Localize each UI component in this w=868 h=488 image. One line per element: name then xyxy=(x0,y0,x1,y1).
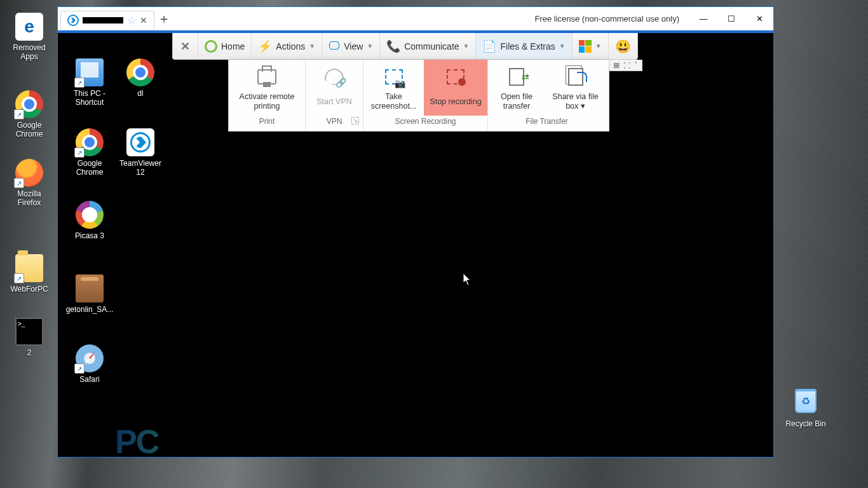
icon-label: Picasa 3 xyxy=(64,231,115,240)
firefox-icon: ↗ xyxy=(15,159,43,187)
shortcut-arrow-icon: ↗ xyxy=(74,363,85,374)
take-screenshot-button[interactable]: Take screenshot... xyxy=(363,60,424,116)
titlebar[interactable]: ☆ ✕ ＋ Free license (non-commercial use o… xyxy=(58,7,773,30)
toolbar-home-button[interactable]: Home xyxy=(198,33,252,59)
icon-label: Recycle Bin xyxy=(782,419,830,428)
activate-remote-printing-button[interactable]: Activate remote printing xyxy=(229,60,305,116)
file-transfer-icon xyxy=(509,68,524,86)
icon-label: dl xyxy=(115,89,166,98)
smiley-icon: 😃 xyxy=(615,39,631,54)
ribbon-group-title: Print xyxy=(229,116,305,128)
new-tab-button[interactable]: ＋ xyxy=(154,10,173,27)
remote-icon-teamviewer[interactable]: TeamViewer 12 xyxy=(115,128,166,177)
teamviewer-window: ☆ ✕ ＋ Free license (non-commercial use o… xyxy=(57,6,774,458)
chevron-down-icon: ▼ xyxy=(309,43,315,50)
ribbon-item-label: Take screenshot... xyxy=(366,92,421,112)
chrome-icon xyxy=(126,58,154,86)
minimize-button[interactable]: — xyxy=(689,9,717,28)
toolbar-feedback-button[interactable]: 😃 xyxy=(609,33,637,59)
toolbar-view-menu[interactable]: 🖵 View ▼ xyxy=(322,33,380,59)
toolbar-communicate-menu[interactable]: 📞 Communicate ▼ xyxy=(380,33,476,59)
chevron-down-icon: ▼ xyxy=(367,43,373,50)
license-text: Free license (non-commercial use only) xyxy=(534,14,689,24)
remote-icon-picasa[interactable]: Picasa 3 xyxy=(64,201,115,240)
icon-label: getonlin_SA... xyxy=(64,305,115,314)
toolbar-files-extras-menu[interactable]: 📄 Files & Extras ▼ xyxy=(476,33,572,59)
start-vpn-button: Start VPN xyxy=(306,60,363,116)
monitor-icon: 🖵 xyxy=(329,39,340,53)
winrar-icon xyxy=(76,274,104,302)
close-tab-icon[interactable]: ✕ xyxy=(140,15,147,25)
remote-icon-dl[interactable]: dl xyxy=(115,58,166,98)
windows-icon xyxy=(579,40,592,53)
watermark: PC xyxy=(115,423,158,457)
icon-label: 2 xyxy=(5,348,53,357)
remote-icon-chrome[interactable]: ↗ Google Chrome xyxy=(64,128,115,177)
terminal-icon: >_ xyxy=(15,318,43,346)
icon-label: This PC - Shortcut xyxy=(64,89,115,107)
toolbar-actions-menu[interactable]: ⚡ Actions ▼ xyxy=(252,33,322,59)
ribbon-item-label: Share via file box ▾ xyxy=(548,92,603,112)
grid-view-icon[interactable]: ▦ xyxy=(613,61,620,69)
dialog-launcher-icon[interactable]: ↘ xyxy=(351,117,359,125)
toolbar-close-button[interactable]: ✕ xyxy=(173,33,198,59)
home-icon xyxy=(205,40,217,53)
ribbon-item-label: Stop recording xyxy=(426,92,485,112)
chevron-down-icon: ▼ xyxy=(463,43,470,50)
shortcut-arrow-icon: ↗ xyxy=(14,178,24,188)
session-toolbar: ✕ Home ⚡ Actions ▼ 🖵 View ▼ 📞 Comm xyxy=(172,33,638,60)
desktop-icon-webforpc[interactable]: ↗ WebForPC xyxy=(5,254,53,294)
toolbar-label: Communicate xyxy=(404,41,459,51)
ribbon-group-file-transfer: Open file transfer Share via file box ▾ … xyxy=(488,60,606,131)
close-window-button[interactable]: ✕ xyxy=(745,9,773,28)
maximize-button[interactable]: ☐ xyxy=(717,9,745,28)
phone-icon: 📞 xyxy=(386,39,400,53)
pin-icon[interactable]: ☆ xyxy=(127,15,136,27)
mouse-cursor xyxy=(463,273,472,286)
icon-label: Removed Apps xyxy=(5,43,53,61)
session-tab[interactable]: ☆ ✕ xyxy=(60,11,154,30)
recycle-bin-icon xyxy=(792,389,820,417)
host-desktop: e Removed Apps ↗ Google Chrome ↗ Mozilla… xyxy=(0,0,868,488)
teamviewer-icon xyxy=(126,128,154,156)
remote-icon-getonlin[interactable]: getonlin_SA... xyxy=(64,274,115,314)
remote-icon-safari[interactable]: ↗ Safari xyxy=(64,344,115,384)
ribbon-item-label: Open file transfer xyxy=(491,92,543,112)
screenshot-icon xyxy=(385,69,403,85)
ribbon-group-screen-recording: Take screenshot... Stop recording Screen… xyxy=(363,60,488,131)
files-icon: 📄 xyxy=(482,39,496,53)
desktop-icon-recycle-bin[interactable]: Recycle Bin xyxy=(782,386,830,428)
shortcut-arrow-icon: ↗ xyxy=(74,78,85,88)
view-mode-strip[interactable]: ▦ ⛶ ˄ xyxy=(609,60,642,71)
record-icon xyxy=(447,69,465,85)
ribbon-group-title: File Transfer xyxy=(488,116,606,128)
folder-icon: ↗ xyxy=(15,254,43,282)
share-icon xyxy=(568,68,583,86)
session-id-redacted xyxy=(83,17,123,24)
desktop-icon-terminal-2[interactable]: >_ 2 xyxy=(5,318,53,357)
icon-label: TeamViewer 12 xyxy=(115,159,166,177)
icon-label: Google Chrome xyxy=(64,159,115,177)
fullscreen-icon[interactable]: ⛶ xyxy=(623,62,630,69)
open-file-transfer-button[interactable]: Open file transfer xyxy=(488,60,545,116)
desktop-icon-chrome[interactable]: ↗ Google Chrome xyxy=(5,90,53,139)
printer-icon xyxy=(257,69,276,85)
toolbar-label: View xyxy=(344,41,363,51)
toolbar-label: Home xyxy=(221,41,245,51)
safari-icon: ↗ xyxy=(76,344,104,372)
chevron-down-icon: ▼ xyxy=(595,43,602,50)
ribbon-group-print: Activate remote printing Print xyxy=(229,60,306,131)
stop-recording-button[interactable]: Stop recording xyxy=(424,60,487,116)
vpn-shield-icon xyxy=(325,69,344,85)
icon-label: Google Chrome xyxy=(5,121,53,139)
files-extras-ribbon: Activate remote printing Print Start VPN… xyxy=(228,60,609,132)
share-via-filebox-button[interactable]: Share via file box ▾ xyxy=(545,60,606,116)
remote-screen[interactable]: ↗ This PC - Shortcut dl ↗ Google Chrome … xyxy=(58,30,773,457)
desktop-icon-removed-apps[interactable]: e Removed Apps xyxy=(5,13,53,61)
remote-icon-this-pc[interactable]: ↗ This PC - Shortcut xyxy=(64,58,115,107)
chrome-icon: ↗ xyxy=(76,128,104,156)
desktop-icon-firefox[interactable]: ↗ Mozilla Firefox xyxy=(5,159,53,207)
collapse-icon[interactable]: ˄ xyxy=(634,61,638,69)
ribbon-group-title: Screen Recording xyxy=(363,116,487,128)
toolbar-remote-winkey-menu[interactable]: ▼ xyxy=(573,33,609,59)
